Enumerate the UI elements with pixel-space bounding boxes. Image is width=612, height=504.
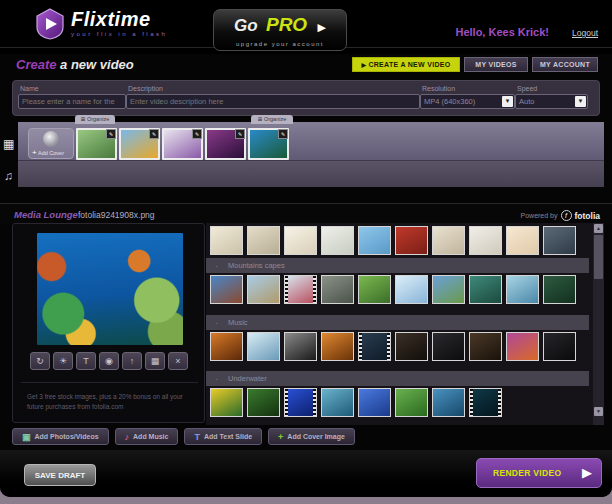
media-thumbnail[interactable] bbox=[543, 332, 576, 361]
media-thumbnail[interactable] bbox=[247, 332, 280, 361]
flixtime-logo[interactable]: Flixtime your flix in a flash bbox=[34, 8, 167, 40]
media-thumbnail[interactable] bbox=[247, 388, 280, 417]
chevron-down-icon[interactable]: ▼ bbox=[502, 96, 513, 107]
organize-tab-left[interactable]: ⊞ Organize bbox=[75, 115, 115, 124]
media-thumbnail[interactable] bbox=[432, 275, 465, 304]
speed-select[interactable]: Auto ▼ bbox=[515, 94, 588, 109]
media-thumbnail[interactable] bbox=[247, 226, 280, 255]
thumbnail-row bbox=[210, 332, 580, 361]
selected-filename: fotolia9241908x.png bbox=[78, 210, 155, 220]
category-header[interactable]: ▪Underwater bbox=[206, 371, 589, 386]
my-account-button[interactable]: MY ACCOUNT bbox=[532, 57, 598, 72]
media-thumbnail[interactable] bbox=[210, 226, 243, 255]
go-pro-word2: PRO bbox=[266, 14, 307, 35]
media-thumbnail[interactable] bbox=[395, 226, 428, 255]
scrollbar-thumb[interactable] bbox=[594, 235, 603, 279]
edit-badge-icon[interactable]: ✎ bbox=[235, 129, 245, 139]
media-thumbnail[interactable] bbox=[469, 226, 502, 255]
save-draft-button[interactable]: SAVE DRAFT bbox=[24, 464, 96, 486]
media-thumbnail[interactable] bbox=[469, 388, 502, 417]
media-thumbnail[interactable] bbox=[210, 275, 243, 304]
preview-toolbar: ↻☀T◉↑▦× bbox=[30, 352, 188, 370]
media-thumbnail[interactable] bbox=[247, 275, 280, 304]
fotolia-promo-link[interactable]: Get 3 free stock images, plus a 20% bonu… bbox=[27, 392, 197, 413]
media-thumbnail[interactable] bbox=[432, 388, 465, 417]
media-thumbnail[interactable] bbox=[284, 388, 317, 417]
sunflower-sky-clip[interactable]: ✎ bbox=[119, 128, 160, 160]
media-thumbnail[interactable] bbox=[284, 332, 317, 361]
edit-badge-icon[interactable]: ✎ bbox=[149, 129, 159, 139]
edit-badge-icon[interactable]: ✎ bbox=[278, 129, 288, 139]
add-cover-image-button[interactable]: +Add Cover Image bbox=[268, 428, 355, 445]
media-thumbnail[interactable] bbox=[395, 332, 428, 361]
create-new-video-button[interactable]: ▶CREATE A NEW VIDEO bbox=[352, 57, 460, 72]
text-slide-icon: T bbox=[194, 432, 200, 442]
media-thumbnail[interactable] bbox=[210, 388, 243, 417]
rotate-icon[interactable]: ↻ bbox=[30, 352, 50, 370]
media-thumbnail[interactable] bbox=[432, 332, 465, 361]
hands-flower-clip[interactable]: ✎ bbox=[76, 128, 117, 160]
audio-track-icon: ♫ bbox=[4, 169, 13, 183]
media-thumbnail[interactable] bbox=[469, 332, 502, 361]
media-thumbnail[interactable] bbox=[543, 226, 576, 255]
go-pro-arrow-icon: ▶ bbox=[318, 21, 326, 33]
chevron-down-icon[interactable]: ▼ bbox=[575, 96, 586, 107]
scroll-up-icon[interactable]: ▲ bbox=[594, 224, 603, 233]
media-thumbnail[interactable] bbox=[210, 332, 243, 361]
media-thumbnail[interactable] bbox=[358, 275, 391, 304]
text-icon[interactable]: T bbox=[76, 352, 96, 370]
media-thumbnail[interactable] bbox=[543, 275, 576, 304]
delete-icon[interactable]: × bbox=[168, 352, 188, 370]
name-input[interactable] bbox=[18, 94, 126, 109]
upload-icon[interactable]: ↑ bbox=[122, 352, 142, 370]
add-text-slide-button[interactable]: TAdd Text Slide bbox=[184, 428, 262, 445]
audio-track[interactable] bbox=[18, 160, 604, 187]
organize-tab-right[interactable]: ⊞ Organize bbox=[251, 115, 293, 124]
add-cover-tile[interactable]: + Add Cover bbox=[28, 128, 74, 159]
brightness-icon[interactable]: ☀ bbox=[53, 352, 73, 370]
coral-reef-preview-image bbox=[37, 233, 183, 345]
go-pro-button[interactable]: Go PRO ▶ upgrade your account bbox=[213, 9, 347, 51]
add-music-button[interactable]: ♪Add Music bbox=[115, 428, 179, 445]
media-thumbnail[interactable] bbox=[506, 275, 539, 304]
media-thumbnail[interactable] bbox=[358, 226, 391, 255]
bottom-bar: SAVE DRAFT RENDER VIDEO ▶ bbox=[0, 450, 612, 497]
media-thumbnail[interactable] bbox=[432, 226, 465, 255]
page-title: Create a new video bbox=[16, 57, 134, 72]
media-thumbnail[interactable] bbox=[506, 226, 539, 255]
media-thumbnail[interactable] bbox=[321, 332, 354, 361]
camera-icon[interactable]: ◉ bbox=[99, 352, 119, 370]
media-thumbnail[interactable] bbox=[321, 388, 354, 417]
resolution-select[interactable]: MP4 (640x360) ▼ bbox=[420, 94, 515, 109]
coral-reef-clip[interactable]: ✎ bbox=[248, 128, 289, 160]
scroll-down-icon[interactable]: ▼ bbox=[594, 407, 603, 416]
media-thumbnail[interactable] bbox=[395, 388, 428, 417]
cover-plus-icon: + bbox=[278, 432, 283, 442]
render-video-button[interactable]: RENDER VIDEO ▶ bbox=[476, 458, 602, 488]
description-input[interactable] bbox=[126, 94, 420, 109]
add-buttons-bar: ▣Add Photos/Videos♪Add MusicTAdd Text Sl… bbox=[12, 428, 355, 445]
save-icon[interactable]: ▦ bbox=[145, 352, 165, 370]
category-header[interactable]: ▪Music bbox=[206, 315, 589, 330]
media-thumbnail[interactable] bbox=[358, 388, 391, 417]
media-thumbnail[interactable] bbox=[321, 275, 354, 304]
media-thumbnail[interactable] bbox=[358, 332, 391, 361]
media-thumbnail[interactable] bbox=[284, 275, 317, 304]
play-shield-icon bbox=[34, 8, 66, 40]
browser-scrollbar[interactable]: ▲ ▼ bbox=[593, 223, 604, 425]
media-thumbnail[interactable] bbox=[469, 275, 502, 304]
edit-badge-icon[interactable]: ✎ bbox=[192, 129, 202, 139]
media-thumbnail[interactable] bbox=[284, 226, 317, 255]
media-thumbnail[interactable] bbox=[506, 332, 539, 361]
edit-badge-icon[interactable]: ✎ bbox=[106, 129, 116, 139]
fotolia-logo-text[interactable]: fotolia bbox=[575, 211, 601, 221]
logout-link[interactable]: Logout bbox=[572, 28, 598, 38]
add-photos-videos-button[interactable]: ▣Add Photos/Videos bbox=[12, 428, 109, 445]
purple-flowers-clip[interactable]: ✎ bbox=[205, 128, 246, 160]
media-thumbnail[interactable] bbox=[321, 226, 354, 255]
go-pro-subtitle: upgrade your account bbox=[214, 41, 346, 47]
category-header[interactable]: ▪Mountains capes bbox=[206, 258, 589, 273]
media-thumbnail[interactable] bbox=[395, 275, 428, 304]
my-videos-button[interactable]: MY VIDEOS bbox=[464, 57, 528, 72]
lavender-field-clip[interactable]: ✎ bbox=[162, 128, 203, 160]
